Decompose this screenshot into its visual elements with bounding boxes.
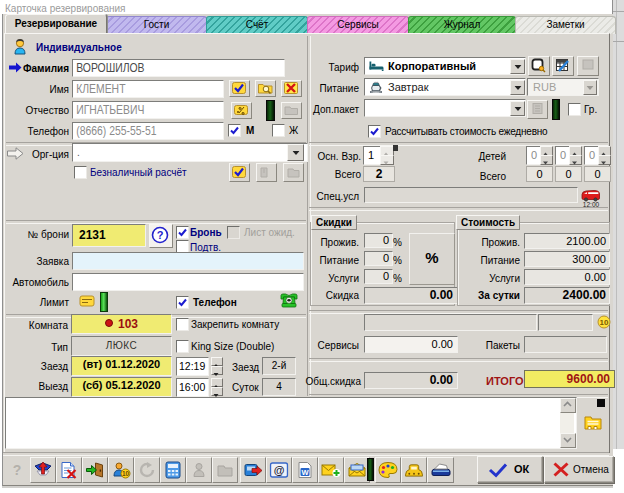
svg-text:10: 10 bbox=[600, 318, 609, 327]
svg-text:W: W bbox=[301, 468, 309, 477]
svg-text:10: 10 bbox=[122, 470, 130, 477]
svg-text:?: ? bbox=[157, 229, 164, 241]
svg-text:@: @ bbox=[274, 464, 285, 476]
